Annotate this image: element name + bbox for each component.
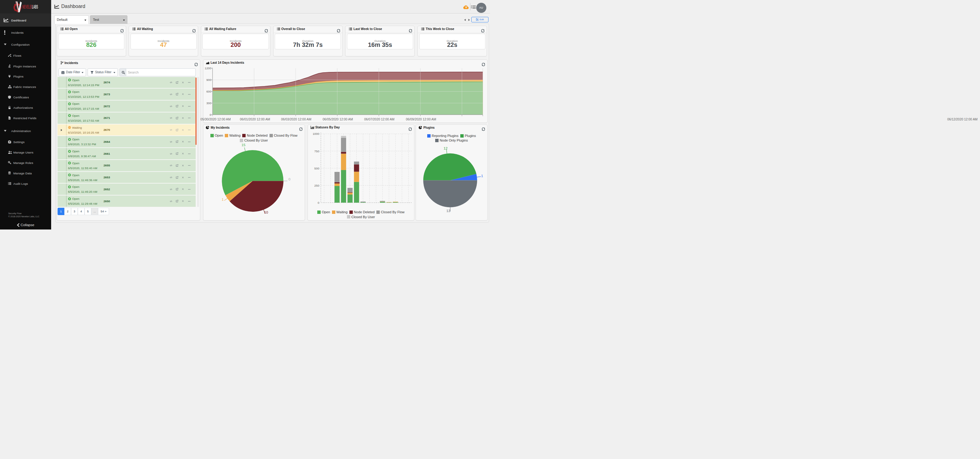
svg-text:LABS: LABS (32, 4, 38, 10)
svg-text:NEVELEX: NEVELEX (22, 4, 32, 10)
